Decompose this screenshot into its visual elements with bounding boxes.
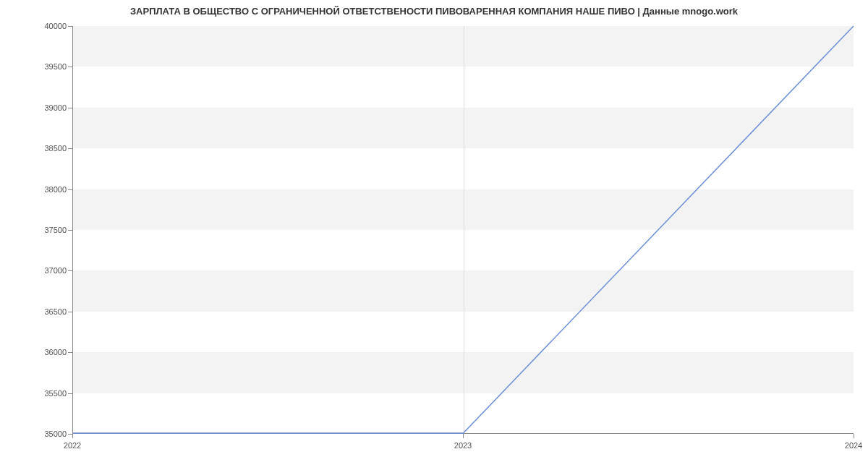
y-tick-label: 38500	[1, 144, 67, 153]
x-tick-label: 2022	[64, 441, 81, 450]
series-line	[73, 26, 854, 433]
y-tick-label: 39500	[1, 62, 67, 71]
x-tick-mark	[463, 434, 464, 438]
y-tick-label: 39000	[1, 103, 67, 112]
y-tick-label: 40000	[1, 22, 67, 30]
y-tick-label: 35000	[1, 430, 67, 438]
x-tick-label: 2024	[845, 441, 862, 450]
x-tick-mark	[72, 434, 73, 438]
y-tick-label: 36500	[1, 307, 67, 316]
salary-chart: ЗАРПЛАТА В ОБЩЕСТВО С ОГРАНИЧЕННОЙ ОТВЕТ…	[0, 0, 868, 470]
y-tick-label: 35500	[1, 389, 67, 398]
line-layer	[73, 26, 854, 433]
y-tick-label: 37500	[1, 226, 67, 234]
y-tick-label: 38000	[1, 185, 67, 194]
y-tick-label: 37000	[1, 266, 67, 275]
plot-area	[72, 26, 854, 434]
chart-title: ЗАРПЛАТА В ОБЩЕСТВО С ОГРАНИЧЕННОЙ ОТВЕТ…	[0, 6, 868, 17]
y-tick-label: 36000	[1, 348, 67, 356]
x-tick-mark	[854, 434, 854, 438]
x-tick-label: 2023	[454, 441, 472, 450]
